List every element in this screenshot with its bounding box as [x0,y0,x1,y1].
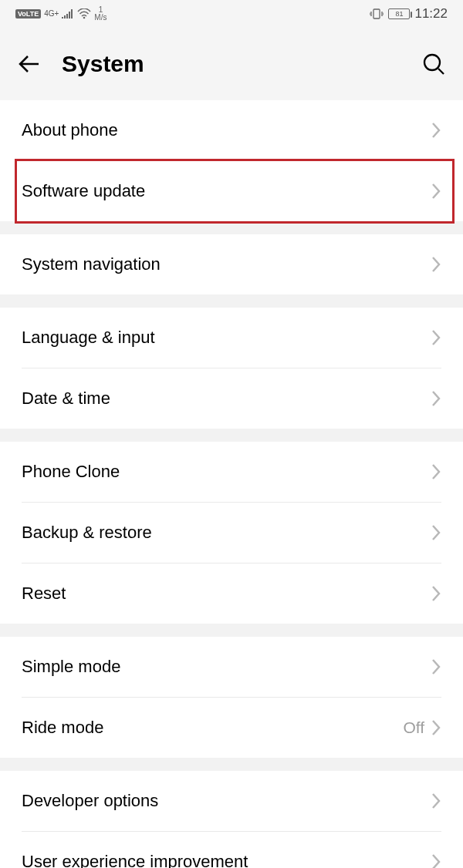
svg-point-2 [424,55,440,70]
wifi-icon [77,8,91,19]
item-label: Simple mode [22,657,120,677]
settings-item-software-update[interactable]: Software update [0,161,463,221]
settings-item-language-input[interactable]: Language & input [0,308,463,368]
chevron-right-icon [431,792,441,809]
item-label: Ride mode [22,718,103,738]
section-gap [0,429,463,442]
settings-item-reset[interactable]: Reset [0,564,463,624]
section-gap [0,758,463,771]
item-label: Developer options [22,791,158,811]
item-label: About phone [22,120,118,140]
clock: 11:22 [414,6,448,22]
settings-item-simple-mode[interactable]: Simple mode [0,637,463,697]
item-label: Software update [22,181,145,201]
chevron-right-icon [431,585,441,602]
chevron-right-icon [431,524,441,541]
section-gap [0,294,463,308]
item-label: Phone Clone [22,462,120,482]
chevron-right-icon [431,390,441,407]
section-gap [0,221,463,234]
svg-rect-1 [373,9,380,19]
item-label: Reset [22,584,66,604]
chevron-right-icon [431,183,441,200]
settings-item-system-navigation[interactable]: System navigation [0,234,463,294]
settings-item-phone-clone[interactable]: Phone Clone [0,442,463,502]
vibrate-icon [370,8,384,19]
item-value: Off [403,718,424,737]
item-label: Date & time [22,389,110,409]
chevron-right-icon [431,256,441,273]
svg-point-0 [83,16,86,19]
search-icon[interactable] [421,52,446,76]
chevron-right-icon [431,853,441,868]
item-label: Language & input [22,328,155,348]
chevron-right-icon [431,329,441,346]
item-label: User experience improvement [22,852,248,868]
section-gap [0,624,463,637]
header: System [0,27,463,100]
back-arrow-icon[interactable] [17,52,42,76]
volte-badge: VoLTE [15,9,41,19]
item-label: System navigation [22,254,161,274]
chevron-right-icon [431,719,441,736]
settings-item-developer-options[interactable]: Developer options [0,771,463,831]
settings-list: About phoneSoftware updateSystem navigat… [0,100,463,868]
settings-item-about-phone[interactable]: About phone [0,100,463,160]
chevron-right-icon [431,658,441,675]
signal-icon [62,9,74,19]
settings-item-user-experience-improvement[interactable]: User experience improvement [0,832,463,868]
status-bar: VoLTE 4G+ 1 M/s 81 11:22 [0,0,463,27]
chevron-right-icon [431,463,441,480]
network-type: 4G+ [44,10,59,18]
settings-item-date-time[interactable]: Date & time [0,368,463,429]
chevron-right-icon [431,122,441,139]
network-speed: 1 M/s [94,6,106,22]
settings-item-backup-restore[interactable]: Backup & restore [0,503,463,563]
battery-icon: 81 [388,8,410,19]
settings-item-ride-mode[interactable]: Ride modeOff [0,698,463,758]
page-title: System [62,51,401,77]
item-label: Backup & restore [22,523,152,543]
